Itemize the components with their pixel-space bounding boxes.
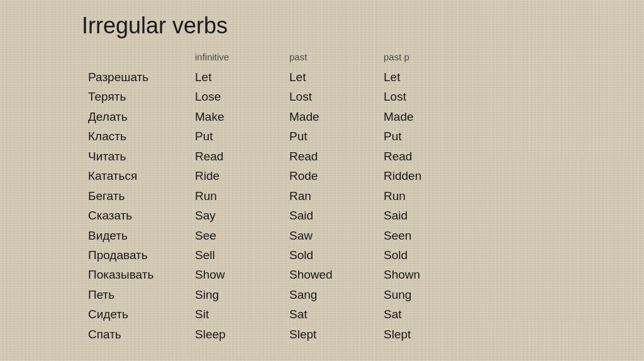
main-container: Irregular verbs infinitive past past p Р…: [0, 0, 644, 361]
table-row: ВидетьSeeSawSeen: [82, 226, 625, 245]
table-row: ПродаватьSellSoldSold: [82, 245, 625, 265]
cell-past-p: Said: [384, 206, 478, 225]
cell-past: Showed: [289, 265, 384, 284]
cell-russian: Делать: [88, 108, 195, 126]
cell-infinitive: Sell: [195, 246, 289, 264]
table-row: КататьсяRideRodeRidden: [82, 166, 625, 186]
cell-past-p: Run: [384, 187, 478, 205]
cell-russian: Показывать: [88, 265, 195, 284]
cell-past: Rode: [289, 167, 384, 185]
table-row: СказатьSaySaidSaid: [82, 206, 625, 225]
cell-past: Let: [289, 68, 384, 86]
header-infinitive: infinitive: [195, 52, 289, 62]
cell-russian: Терять: [88, 87, 195, 106]
cell-russian: Бегать: [88, 187, 195, 205]
cell-infinitive: Show: [195, 265, 289, 284]
cell-infinitive: Let: [195, 68, 289, 86]
table-row: ДелатьMakeMadeMade: [82, 107, 625, 126]
cell-infinitive: Lose: [195, 87, 289, 106]
cell-russian: Разрешать: [88, 68, 195, 86]
cell-past: Slept: [289, 325, 384, 343]
cell-past: Put: [289, 127, 384, 145]
cell-past-p: Sold: [384, 246, 478, 264]
cell-past: Said: [289, 206, 384, 225]
cell-past-p: Lost: [384, 87, 478, 106]
page-title: Irregular verbs: [82, 13, 625, 39]
table-row: РазрешатьLetLetLet: [82, 67, 625, 87]
cell-past-p: Let: [384, 68, 478, 86]
cell-infinitive: Sing: [195, 286, 289, 304]
cell-infinitive: Sleep: [195, 325, 289, 343]
cell-infinitive: Run: [195, 187, 289, 205]
header-past: past: [289, 52, 384, 62]
table-row: ПетьSingSangSung: [82, 285, 625, 304]
cell-russian: Читать: [88, 147, 195, 165]
header-russian: [88, 52, 195, 62]
cell-past: Saw: [289, 226, 384, 245]
cell-infinitive: See: [195, 226, 289, 245]
cell-past-p: Read: [384, 147, 478, 165]
cell-past: Read: [289, 147, 384, 165]
cell-infinitive: Ride: [195, 167, 289, 185]
table-row: ЧитатьReadReadRead: [82, 147, 625, 166]
cell-russian: Продавать: [88, 246, 195, 264]
table-row: ПоказыватьShowShowedShown: [82, 265, 625, 284]
cell-past: Ran: [289, 187, 384, 205]
table-row: КластьPutPutPut: [82, 126, 625, 146]
cell-past: Sat: [289, 305, 384, 323]
cell-past: Lost: [289, 87, 384, 106]
cell-russian: Кататься: [88, 167, 195, 185]
cell-past-p: Slept: [384, 325, 478, 343]
cell-past: Sold: [289, 246, 384, 264]
cell-russian: Сидеть: [88, 305, 195, 323]
table-row: ТерятьLoseLostLost: [82, 87, 625, 106]
table-row: СпатьSleepSleptSlept: [82, 325, 625, 344]
table-body: РазрешатьLetLetLetТерятьLoseLostLostДела…: [82, 67, 625, 344]
cell-past: Made: [289, 108, 384, 126]
cell-infinitive: Put: [195, 127, 289, 145]
cell-past-p: Ridden: [384, 167, 478, 185]
cell-infinitive: Read: [195, 147, 289, 165]
table-row: СидетьSitSatSat: [82, 304, 625, 324]
cell-infinitive: Say: [195, 206, 289, 225]
cell-past-p: Sat: [384, 305, 478, 323]
cell-past: Sang: [289, 286, 384, 304]
table-row: БегатьRunRanRun: [82, 186, 625, 206]
header-past-p: past p: [384, 52, 478, 62]
cell-past-p: Seen: [384, 226, 478, 245]
cell-past-p: Put: [384, 127, 478, 145]
cell-past-p: Shown: [384, 265, 478, 284]
cell-infinitive: Sit: [195, 305, 289, 323]
cell-past-p: Made: [384, 108, 478, 126]
verb-table: infinitive past past p РазрешатьLetLetLe…: [82, 52, 625, 344]
cell-russian: Сказать: [88, 206, 195, 225]
cell-russian: Спать: [88, 325, 195, 343]
table-header: infinitive past past p: [82, 52, 625, 62]
cell-russian: Видеть: [88, 226, 195, 245]
cell-russian: Петь: [88, 286, 195, 304]
cell-past-p: Sung: [384, 286, 478, 304]
cell-infinitive: Make: [195, 108, 289, 126]
cell-russian: Класть: [88, 127, 195, 145]
